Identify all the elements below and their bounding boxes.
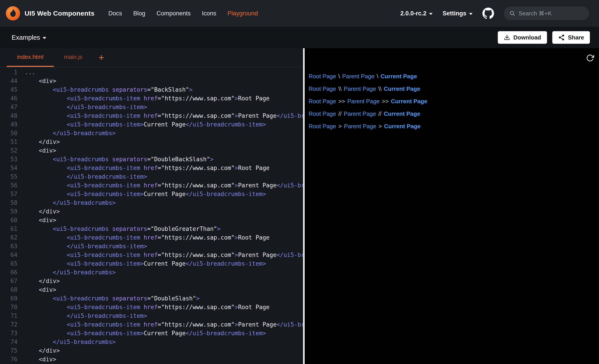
code-line: 72 <ui5-breadcrumbs-item href="https://w…	[0, 320, 303, 329]
code-line: 58 </ui5-breadcrumbs>	[0, 198, 303, 207]
line-number: 73	[0, 329, 18, 338]
main-nav: DocsBlogComponentsIconsPlayground	[108, 10, 258, 17]
brand-title[interactable]: UI5 Web Components	[25, 9, 95, 17]
breadcrumb-link[interactable]: Parent Page	[344, 110, 376, 117]
line-number: 63	[0, 242, 18, 251]
code-line: 75 </div>	[0, 346, 303, 355]
breadcrumb-separator: >	[338, 123, 342, 130]
line-number: 66	[0, 268, 18, 277]
line-number: 71	[0, 312, 18, 320]
refresh-icon[interactable]	[586, 54, 594, 63]
chevron-down-icon	[469, 13, 473, 15]
nav-link-playground[interactable]: Playground	[227, 10, 258, 17]
breadcrumb-current: Current Page	[384, 110, 420, 117]
nav-link-docs[interactable]: Docs	[108, 10, 122, 17]
toolbar-actions: Download Share	[498, 31, 590, 44]
code-line: 48 <ui5-breadcrumbs-item href="https://w…	[0, 111, 303, 120]
line-number: 64	[0, 251, 18, 259]
breadcrumb-link[interactable]: Root Page	[309, 110, 336, 117]
code-line: 46 <ui5-breadcrumbs-item href="https://w…	[0, 94, 303, 103]
breadcrumb-link[interactable]: Root Page	[309, 123, 336, 130]
code-area[interactable]: 1...44 <div>45 <ui5-breadcrumbs separato…	[0, 67, 303, 364]
breadcrumb-separator: //	[338, 110, 342, 117]
breadcrumb-separator: \\	[378, 85, 381, 92]
new-file-button[interactable]: +	[93, 48, 110, 67]
breadcrumb-current: Current Page	[380, 73, 417, 80]
code-line: 76 <div>	[0, 355, 303, 364]
navbar-right: 2.0.0-rc.2 Settings	[400, 7, 589, 20]
breadcrumb-link[interactable]: Parent Page	[344, 123, 376, 130]
version-dropdown[interactable]: 2.0.0-rc.2	[400, 10, 433, 17]
breadcrumb-current: Current Page	[384, 85, 420, 92]
breadcrumb-separator: //	[378, 110, 381, 117]
code-line: 44 <div>	[0, 77, 303, 85]
breadcrumb-link[interactable]: Root Page	[309, 98, 336, 105]
line-number: 75	[0, 346, 18, 355]
settings-dropdown[interactable]: Settings	[442, 10, 473, 17]
examples-dropdown[interactable]: Examples	[12, 34, 46, 41]
nav-link-icons[interactable]: Icons	[202, 10, 216, 17]
examples-label: Examples	[12, 34, 40, 41]
editor-tabbar: index.htmlmain.js +	[0, 48, 303, 67]
breadcrumb-separator: \	[338, 73, 340, 80]
line-number: 65	[0, 259, 18, 268]
breadcrumb-link[interactable]: Root Page	[309, 73, 336, 80]
line-number: 51	[0, 138, 18, 146]
code-line: 52 <div>	[0, 146, 303, 155]
line-number: 67	[0, 277, 18, 286]
code-line: 65 <ui5-breadcrumbs-item>Current Page</u…	[0, 259, 303, 268]
playground-content: index.htmlmain.js + 1...44 <div>45 <ui5-…	[0, 48, 599, 364]
line-number: 50	[0, 129, 18, 138]
line-number: 56	[0, 181, 18, 190]
nav-link-components[interactable]: Components	[157, 10, 191, 17]
line-number: 46	[0, 94, 18, 103]
search-box[interactable]	[504, 7, 589, 20]
brand[interactable]: UI5 Web Components	[6, 6, 95, 21]
tab-index.html[interactable]: index.html	[7, 48, 54, 67]
line-number: 70	[0, 303, 18, 312]
code-line: 73 <ui5-breadcrumbs-item>Current Page</u…	[0, 329, 303, 338]
line-number: 54	[0, 164, 18, 172]
editor-tabs: index.htmlmain.js	[7, 48, 93, 67]
code-line: 57 <ui5-breadcrumbs-item>Current Page</u…	[0, 190, 303, 198]
tab-main.js[interactable]: main.js	[54, 48, 93, 67]
code-line: 62 <ui5-breadcrumbs-item href="https://w…	[0, 233, 303, 242]
search-input[interactable]	[519, 10, 584, 17]
breadcrumb-row: Root Page>>Parent Page>>Current Page	[309, 95, 599, 108]
breadcrumb-separator: >	[379, 123, 382, 130]
nav-link-blog[interactable]: Blog	[133, 10, 145, 17]
code-line: 66 </ui5-breadcrumbs>	[0, 268, 303, 277]
code-line: 54 <ui5-breadcrumbs-item href="https://w…	[0, 164, 303, 172]
download-button[interactable]: Download	[498, 31, 547, 44]
download-icon	[504, 34, 510, 41]
code-line: 51 </div>	[0, 138, 303, 146]
code-line: 50 </ui5-breadcrumbs>	[0, 129, 303, 138]
code-line: 49 <ui5-breadcrumbs-item>Current Page</u…	[0, 120, 303, 129]
breadcrumb-separator: \\	[338, 85, 342, 92]
line-number: 49	[0, 120, 18, 129]
breadcrumb-separator: >>	[338, 98, 345, 105]
share-label: Share	[568, 34, 584, 41]
code-line: 60 <div>	[0, 216, 303, 225]
code-line: 71 </ui5-breadcrumbs-item>	[0, 312, 303, 320]
breadcrumb-link[interactable]: Parent Page	[347, 98, 380, 105]
code-line: 56 <ui5-breadcrumbs-item href="https://w…	[0, 181, 303, 190]
code-line: 45 <ui5-breadcrumbs separators="BackSlas…	[0, 85, 303, 94]
line-number: 57	[0, 190, 18, 198]
breadcrumb-current: Current Page	[391, 98, 427, 105]
github-icon[interactable]	[482, 8, 494, 19]
breadcrumb-link[interactable]: Parent Page	[344, 85, 376, 92]
line-number: 45	[0, 85, 18, 94]
download-label: Download	[513, 34, 541, 41]
share-button[interactable]: Share	[552, 31, 590, 44]
code-line: 64 <ui5-breadcrumbs-item href="https://w…	[0, 251, 303, 259]
breadcrumb-separator: >>	[382, 98, 389, 105]
code-line: 74 </ui5-breadcrumbs>	[0, 338, 303, 346]
line-number: 76	[0, 355, 18, 364]
panel-resizer[interactable]	[303, 48, 305, 364]
code-line: 70 <ui5-breadcrumbs-item href="https://w…	[0, 303, 303, 312]
code-line: 68 <div>	[0, 286, 303, 294]
breadcrumb-link[interactable]: Parent Page	[342, 73, 375, 80]
breadcrumb-link[interactable]: Root Page	[309, 85, 336, 92]
line-number: 62	[0, 233, 18, 242]
